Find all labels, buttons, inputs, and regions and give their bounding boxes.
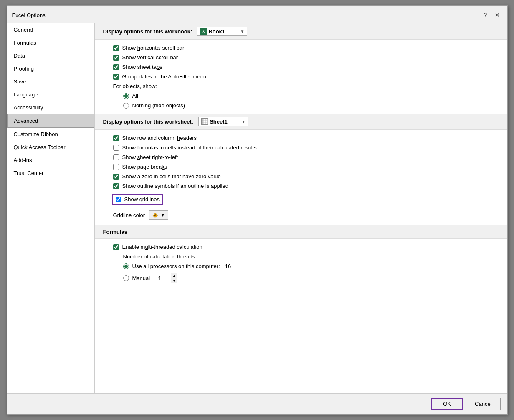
cancel-button[interactable]: Cancel (466, 398, 500, 410)
sheet-icon (201, 118, 208, 125)
sidebar-item-formulas[interactable]: Formulas (7, 36, 94, 49)
for-objects-label: For objects, show: (113, 81, 499, 91)
radio-use-all-processors[interactable] (123, 263, 129, 269)
label-show-gridlines[interactable]: Show gridlines (124, 196, 160, 202)
gridline-color-button[interactable]: A ▼ (149, 210, 168, 220)
label-show-sheet-tabs[interactable]: Show sheet tabs (122, 64, 162, 70)
label-manual[interactable]: Manual (132, 275, 150, 281)
manual-spinbox: ▲ ▼ (156, 273, 177, 283)
color-fill-icon: A (152, 212, 159, 218)
label-show-zero[interactable]: Show a zero in cells that have zero valu… (122, 173, 221, 180)
radio-nothing[interactable] (123, 103, 129, 109)
ok-button[interactable]: OK (431, 398, 463, 410)
workbook-name: Book1 (208, 28, 225, 35)
worksheet-dropdown-arrow: ▼ (241, 119, 246, 124)
label-multi-threaded[interactable]: Enable multi-threaded calculation (122, 244, 203, 250)
sidebar-item-add-ins[interactable]: Add-ins (7, 154, 94, 167)
sidebar-item-advanced[interactable]: Advanced (7, 114, 94, 128)
color-dropdown-arrow: ▼ (160, 212, 165, 218)
checkbox-show-rtl[interactable] (113, 154, 119, 160)
option-multi-threaded: Enable multi-threaded calculation (113, 242, 499, 252)
dialog-footer: OK Cancel (7, 393, 507, 414)
formulas-options: Enable multi-threaded calculation Number… (95, 239, 507, 288)
dialog-body: General Formulas Data Proofing Save Lang… (7, 23, 507, 393)
label-show-vscroll[interactable]: Show vertical scroll bar (122, 54, 178, 61)
option-show-hscroll: Show horizontal scroll bar (113, 43, 499, 53)
label-show-rtl[interactable]: Show sheet right-to-left (122, 154, 178, 160)
checkbox-show-outline[interactable] (113, 183, 119, 189)
formulas-section-label: Formulas (103, 229, 128, 235)
close-button[interactable]: ✕ (492, 10, 502, 20)
sidebar-item-data[interactable]: Data (7, 49, 94, 62)
option-show-formulas: Show formulas in cells instead of their … (113, 143, 499, 152)
option-show-outline: Show outline symbols if an outline is ap… (113, 181, 499, 191)
sidebar-item-general[interactable]: General (7, 23, 94, 36)
label-use-all-processors[interactable]: Use all processors on this computer: (132, 263, 220, 269)
label-group-dates[interactable]: Group dates in the AutoFilter menu (122, 73, 207, 80)
checkbox-show-hscroll[interactable] (113, 45, 119, 51)
spin-down-button[interactable]: ▼ (171, 278, 177, 283)
main-content: Display options for this workbook: X Boo… (95, 23, 507, 393)
checkbox-show-gridlines[interactable] (116, 197, 121, 202)
sidebar-item-save[interactable]: Save (7, 75, 94, 88)
num-threads-label: Number of calculation threads (103, 252, 499, 261)
workbook-options: Show horizontal scroll bar Show vertical… (95, 40, 507, 114)
option-radio-nothing: Nothing (hide objects) (123, 101, 499, 110)
option-manual-threads: Manual ▲ ▼ (103, 271, 499, 285)
label-show-row-col-headers[interactable]: Show row and column headers (122, 135, 197, 141)
label-show-formulas[interactable]: Show formulas in cells instead of their … (122, 144, 257, 151)
option-show-sheet-tabs: Show sheet tabs (113, 62, 499, 72)
title-bar: Excel Options ? ✕ (7, 6, 507, 23)
worksheet-options: Show row and column headers Show formula… (95, 130, 507, 225)
show-gridlines-highlighted: Show gridlines (112, 194, 163, 205)
checkbox-show-row-col-headers[interactable] (113, 135, 119, 141)
checkbox-group-dates[interactable] (113, 74, 119, 80)
dialog-title: Excel Options (12, 12, 46, 18)
sidebar-item-language[interactable]: Language (7, 88, 94, 101)
manual-value-input[interactable] (156, 273, 171, 283)
svg-rect-0 (202, 119, 207, 124)
radio-manual-threads[interactable] (123, 275, 129, 281)
gridline-color-row: Gridline color A ▼ (103, 208, 499, 222)
label-radio-nothing[interactable]: Nothing (hide objects) (132, 102, 185, 109)
checkbox-show-sheet-tabs[interactable] (113, 64, 119, 70)
worksheet-dropdown[interactable]: Sheet1 ▼ (198, 117, 248, 126)
spin-up-button[interactable]: ▲ (171, 273, 177, 278)
radio-all[interactable] (123, 93, 129, 99)
sidebar-item-accessibility[interactable]: Accessibility (7, 101, 94, 114)
title-bar-left: Excel Options (12, 12, 46, 18)
checkbox-multi-threaded[interactable] (113, 244, 119, 250)
option-show-zero: Show a zero in cells that have zero valu… (113, 172, 499, 181)
sidebar-item-trust-center[interactable]: Trust Center (7, 167, 94, 180)
checkbox-show-formulas[interactable] (113, 145, 119, 151)
option-show-row-col-headers: Show row and column headers (113, 133, 499, 143)
label-show-page-breaks[interactable]: Show page breaks (122, 164, 167, 170)
option-radio-all: All (123, 91, 499, 101)
option-show-rtl: Show sheet right-to-left (113, 152, 499, 162)
gridline-color-label: Gridline color (113, 212, 145, 218)
label-show-outline[interactable]: Show outline symbols if an outline is ap… (122, 183, 228, 189)
excel-options-dialog: Excel Options ? ✕ General Formulas Data … (7, 5, 508, 415)
worksheet-section-label: Display options for this worksheet: (103, 119, 194, 125)
option-group-dates: Group dates in the AutoFilter menu (113, 72, 499, 81)
option-show-page-breaks: Show page breaks (113, 162, 499, 172)
excel-icon: X (200, 28, 207, 35)
title-bar-buttons: ? ✕ (481, 10, 502, 20)
sidebar-item-quick-access-toolbar[interactable]: Quick Access Toolbar (7, 141, 94, 154)
checkbox-show-vscroll[interactable] (113, 55, 119, 61)
label-radio-all[interactable]: All (132, 93, 138, 99)
sidebar-item-customize-ribbon[interactable]: Customize Ribbon (7, 128, 94, 141)
spin-buttons: ▲ ▼ (171, 273, 177, 283)
label-show-hscroll[interactable]: Show horizontal scroll bar (122, 45, 185, 51)
workbook-dropdown[interactable]: X Book1 ▼ (197, 27, 247, 36)
option-use-all-processors: Use all processors on this computer: 16 (103, 261, 499, 271)
formulas-section-header: Formulas (95, 225, 507, 239)
option-show-vscroll: Show vertical scroll bar (113, 53, 499, 62)
checkbox-show-page-breaks[interactable] (113, 164, 119, 170)
sidebar-item-proofing[interactable]: Proofing (7, 62, 94, 75)
worksheet-section-header: Display options for this worksheet: Shee… (95, 114, 507, 130)
workbook-section-label: Display options for this workbook: (103, 28, 192, 35)
help-button[interactable]: ? (481, 10, 491, 20)
checkbox-show-zero[interactable] (113, 174, 119, 180)
worksheet-name: Sheet1 (210, 119, 228, 125)
